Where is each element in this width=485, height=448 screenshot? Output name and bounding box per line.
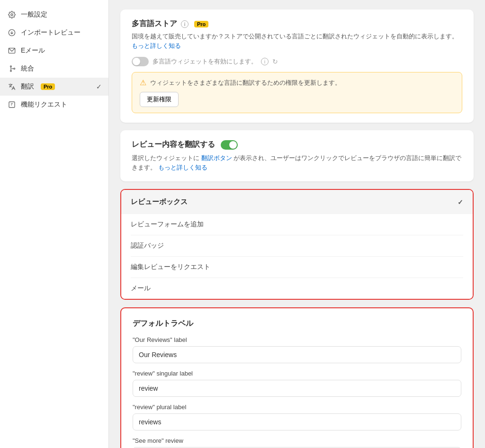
- card-title-multilingual: 多言語ストア i Pro: [132, 19, 462, 29]
- sidebar-item-label: 統合: [21, 64, 34, 73]
- review-translate-desc: 選択したウィジェットに 翻訳ボタン が表示され、ユーザーはワンクリックでレビュー…: [132, 153, 462, 172]
- multilingual-toggle[interactable]: [132, 57, 149, 66]
- warning-message: ウィジェットをさまざまな言語に翻訳するための権限を更新します。: [150, 79, 341, 87]
- multilingual-desc: 国境を越えて販売していますか？ストアで公開されている言語ごとに翻訳されたウィジェ…: [132, 32, 462, 50]
- accordion-body: レビューフォームを追加 認証バッジ 編集レビューをリクエスト メール: [121, 214, 473, 299]
- review-box-accordion: レビューボックス ✓ レビューフォームを追加 認証バッジ 編集レビューをリクエス…: [120, 189, 474, 300]
- label-group-review-singular: "review" singular label: [133, 370, 461, 397]
- sidebar-item-import[interactable]: インポートレビュー: [0, 24, 108, 42]
- default-labels-card: デフォルトラベル "Our Reviews" label "review" si…: [120, 307, 474, 448]
- review-translate-title: レビュー内容を翻訳する: [132, 140, 215, 150]
- update-permission-button[interactable]: 更新権限: [140, 92, 179, 107]
- main-content: 多言語ストア i Pro 国境を越えて販売していますか？ストアで公開されている言…: [109, 0, 485, 448]
- review-translate-card: レビュー内容を翻訳する 選択したウィジェットに 翻訳ボタン が表示され、ユーザー…: [120, 130, 474, 181]
- integration-icon: [8, 64, 16, 73]
- pro-badge: Pro: [41, 83, 55, 90]
- review-translate-desc1: 選択したウィジェットに: [132, 154, 199, 161]
- svg-point-3: [10, 66, 12, 67]
- import-icon: [8, 28, 16, 37]
- accordion-item-label: メール: [131, 284, 151, 292]
- sidebar-item-general[interactable]: 一般設定: [0, 6, 108, 24]
- default-labels-title: デフォルトラベル: [133, 319, 461, 329]
- input-review-plural[interactable]: [133, 413, 461, 430]
- sidebar-item-label: 一般設定: [21, 10, 47, 19]
- accordion-header-review-box[interactable]: レビューボックス ✓: [121, 190, 473, 214]
- label-review-plural: "review" plural label: [133, 403, 461, 411]
- refresh-icon[interactable]: ↻: [272, 58, 278, 65]
- sidebar-item-email[interactable]: Eメール: [0, 42, 108, 60]
- label-review-singular: "review" singular label: [133, 370, 461, 377]
- pro-badge-multilingual: Pro: [194, 21, 208, 27]
- svg-point-4: [10, 70, 12, 72]
- sidebar-item-label: 機能リクエスト: [21, 100, 67, 109]
- translate-button-link[interactable]: 翻訳ボタン: [201, 154, 232, 161]
- sidebar-item-label: 翻訳: [21, 82, 34, 91]
- warning-text: ⚠ ウィジェットをさまざまな言語に翻訳するための権限を更新します。: [140, 78, 454, 87]
- accordion-item-label: 認証バッジ: [131, 242, 164, 249]
- feature-icon: [8, 100, 16, 109]
- email-icon: [8, 46, 16, 55]
- settings-icon: [8, 10, 16, 19]
- label-group-our-reviews: "Our Reviews" label: [133, 336, 461, 363]
- multilingual-description: 国境を越えて販売していますか？ストアで公開されている言語ごとに翻訳されたウィジェ…: [132, 33, 458, 40]
- label-see-more: "See more" review: [133, 437, 461, 444]
- sidebar: 一般設定 インポートレビュー Eメール 統合 翻訳 Pro ✓ 機能リクエスト: [0, 0, 109, 448]
- multilingual-link[interactable]: もっと詳しく知る: [132, 42, 181, 49]
- label-group-review-plural: "review" plural label: [133, 403, 461, 430]
- warning-box: ⚠ ウィジェットをさまざまな言語に翻訳するための権限を更新します。 更新権限: [132, 72, 462, 113]
- accordion-item-label: レビューフォームを追加: [131, 220, 204, 228]
- accordion-item-1[interactable]: 認証バッジ: [131, 235, 463, 257]
- label-group-see-more: "See more" review: [133, 437, 461, 448]
- accordion-item-2[interactable]: 編集レビューをリクエスト: [131, 257, 463, 278]
- translation-icon: [8, 82, 16, 91]
- sidebar-item-integration[interactable]: 統合: [0, 60, 108, 78]
- input-our-reviews[interactable]: [133, 346, 461, 363]
- multilingual-store-card: 多言語ストア i Pro 国境を越えて販売していますか？ストアで公開されている言…: [120, 9, 474, 123]
- accordion-title: レビューボックス: [131, 197, 188, 206]
- sidebar-item-label: インポートレビュー: [21, 28, 81, 37]
- check-icon: ✓: [96, 83, 102, 90]
- review-translate-toggle[interactable]: [221, 140, 238, 150]
- accordion-item-label: 編集レビューをリクエスト: [131, 263, 210, 270]
- sidebar-item-translation[interactable]: 翻訳 Pro ✓: [0, 78, 108, 96]
- accordion-item-3[interactable]: メール: [131, 278, 463, 299]
- accordion-check-icon: ✓: [458, 198, 463, 206]
- sidebar-item-feature-request[interactable]: 機能リクエスト: [0, 96, 108, 114]
- svg-point-0: [11, 14, 13, 16]
- review-translate-header: レビュー内容を翻訳する: [132, 140, 462, 150]
- multilingual-title: 多言語ストア: [132, 19, 177, 29]
- review-translate-more-link[interactable]: もっと詳しく知る: [158, 164, 207, 171]
- svg-point-5: [14, 68, 15, 70]
- toggle-label: 多言語ウィジェットを有効にします。: [153, 57, 257, 66]
- sidebar-item-label: Eメール: [21, 46, 45, 55]
- info-icon[interactable]: i: [181, 20, 189, 28]
- accordion-item-0[interactable]: レビューフォームを追加: [131, 214, 463, 235]
- toggle-row: 多言語ウィジェットを有効にします。 i ↻: [132, 57, 462, 66]
- input-review-singular[interactable]: [133, 380, 461, 397]
- warning-icon: ⚠: [140, 78, 146, 87]
- toggle-info-icon[interactable]: i: [261, 58, 269, 65]
- label-our-reviews: "Our Reviews" label: [133, 336, 461, 343]
